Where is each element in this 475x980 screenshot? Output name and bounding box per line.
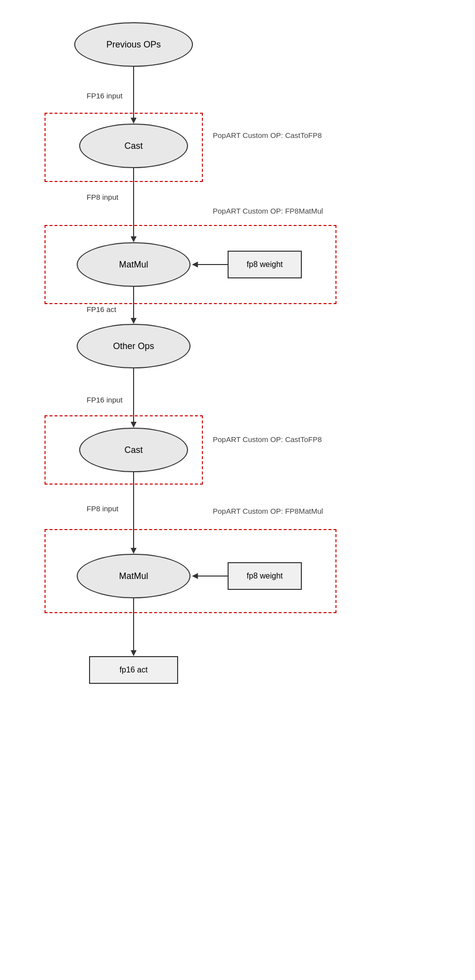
- node-fp8-weight1: fp8 weight: [228, 251, 302, 278]
- node-matmul1: MatMul: [77, 242, 190, 287]
- node-other-ops-label: Other Ops: [113, 341, 154, 352]
- edge-label-fp8-input2: FP8 input: [87, 504, 118, 513]
- op-label-cast-to-fp8-2: PopART Custom OP: CastToFP8: [213, 435, 322, 444]
- edge-label-fp16-input1: FP16 input: [87, 91, 123, 100]
- node-matmul1-label: MatMul: [119, 260, 148, 270]
- node-previous-ops-label: Previous OPs: [106, 40, 161, 50]
- node-fp8-weight1-label: fp8 weight: [247, 260, 283, 269]
- op-label-fp8-matmul-2: PopART Custom OP: FP8MatMul: [213, 507, 323, 515]
- diagram-container: Previous OPs Cast MatMul fp8 weight Othe…: [0, 0, 475, 980]
- op-label-fp8-matmul-1: PopART Custom OP: FP8MatMul: [213, 207, 323, 215]
- op-label-cast-to-fp8-1: PopART Custom OP: CastToFP8: [213, 131, 322, 139]
- node-other-ops: Other Ops: [77, 324, 190, 368]
- node-fp8-weight2-label: fp8 weight: [247, 572, 283, 580]
- edge-label-fp16-act: FP16 act: [87, 305, 116, 313]
- node-matmul2-label: MatMul: [119, 571, 148, 581]
- edge-label-fp16-input2: FP16 input: [87, 396, 123, 404]
- node-fp8-weight2: fp8 weight: [228, 562, 302, 590]
- node-cast1: Cast: [79, 124, 188, 168]
- node-previous-ops: Previous OPs: [74, 22, 193, 67]
- node-cast2-label: Cast: [124, 445, 142, 455]
- node-fp16-act: fp16 act: [89, 656, 178, 684]
- node-cast2: Cast: [79, 428, 188, 472]
- node-cast1-label: Cast: [124, 141, 142, 151]
- svg-marker-7: [131, 318, 137, 324]
- node-matmul2: MatMul: [77, 554, 190, 598]
- node-fp16-act-label: fp16 act: [120, 666, 148, 674]
- edge-label-fp8-input1: FP8 input: [87, 193, 118, 201]
- svg-marker-15: [131, 650, 137, 656]
